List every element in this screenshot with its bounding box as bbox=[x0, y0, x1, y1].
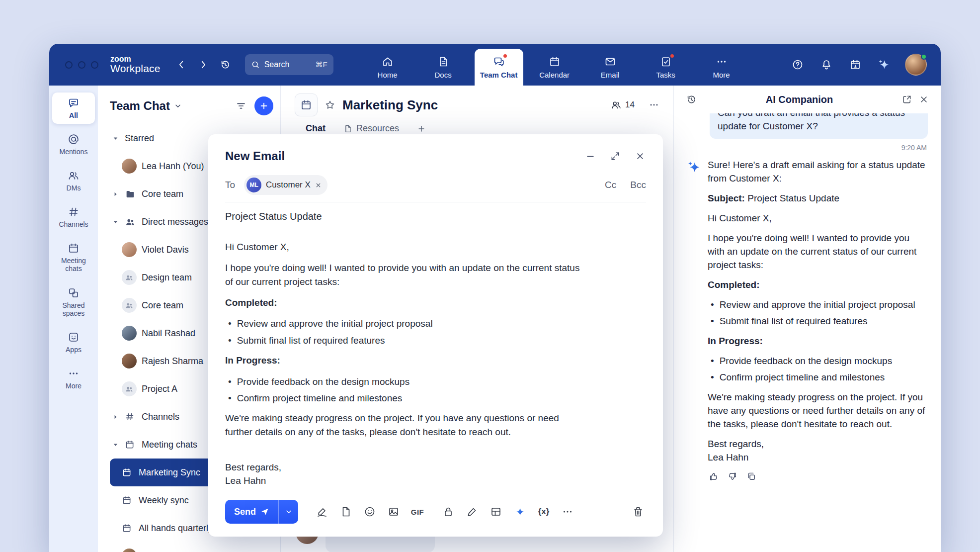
send-button[interactable]: Send bbox=[225, 500, 278, 524]
nav-docs[interactable]: Docs bbox=[419, 49, 468, 86]
tasks-notification-badge bbox=[669, 53, 675, 59]
calendar-shortcut-button[interactable] bbox=[847, 57, 863, 73]
user-avatar[interactable] bbox=[905, 54, 927, 76]
template-button[interactable] bbox=[336, 502, 356, 522]
subject-field[interactable]: Project Status Update bbox=[208, 202, 663, 231]
ai-history-button[interactable] bbox=[686, 94, 697, 105]
panel-title-dropdown[interactable] bbox=[174, 102, 182, 110]
minimize-button[interactable] bbox=[585, 151, 595, 161]
ai-popout-button[interactable] bbox=[902, 94, 912, 104]
favorite-star-button[interactable] bbox=[325, 99, 335, 110]
expand-button[interactable] bbox=[610, 151, 620, 161]
signature-button[interactable] bbox=[312, 502, 332, 522]
rail-item-mentions[interactable]: Mentions bbox=[52, 129, 95, 160]
close-email-button[interactable] bbox=[635, 151, 645, 161]
avatar bbox=[122, 159, 137, 174]
nav-label: Home bbox=[378, 71, 398, 79]
help-button[interactable] bbox=[790, 57, 806, 73]
copy-icon bbox=[746, 471, 756, 481]
bcc-button[interactable]: Bcc bbox=[630, 180, 646, 190]
chat-row-lea-rajesh[interactable]: Lea/Rajesh 1:1 bbox=[110, 542, 273, 552]
window-close-button[interactable] bbox=[65, 61, 73, 69]
back-button[interactable] bbox=[173, 57, 189, 73]
mention-at-icon bbox=[68, 133, 80, 145]
bell-icon bbox=[820, 59, 832, 71]
remove-recipient-button[interactable] bbox=[315, 182, 322, 188]
image-icon bbox=[388, 506, 400, 518]
encrypt-button[interactable] bbox=[438, 502, 458, 522]
cc-button[interactable]: Cc bbox=[605, 180, 616, 190]
channel-more-button[interactable] bbox=[649, 99, 659, 110]
plus-icon bbox=[259, 101, 269, 111]
ai-sparkle-icon bbox=[687, 159, 702, 481]
tab-resources[interactable]: Resources bbox=[343, 123, 399, 134]
rail-item-more[interactable]: More bbox=[52, 363, 95, 394]
star-icon bbox=[325, 99, 335, 110]
markup-button[interactable] bbox=[462, 502, 482, 522]
filter-button[interactable] bbox=[236, 100, 246, 111]
email-body-editor[interactable]: Hi Customer X, I hope you're doing well!… bbox=[208, 231, 663, 500]
caret-right-icon[interactable] bbox=[111, 414, 120, 420]
template-icon bbox=[340, 506, 352, 518]
nav-tasks[interactable]: Tasks bbox=[642, 49, 690, 86]
tab-chat[interactable]: Chat bbox=[306, 123, 326, 134]
rail-item-shared-spaces[interactable]: Shared spaces bbox=[52, 282, 95, 322]
forward-button[interactable] bbox=[195, 57, 211, 73]
rail-item-dms[interactable]: DMs bbox=[52, 165, 95, 196]
more-dots-icon bbox=[562, 506, 573, 518]
rail-item-apps[interactable]: Apps bbox=[52, 327, 95, 358]
chevron-down-icon bbox=[285, 508, 293, 516]
notifications-button[interactable] bbox=[818, 57, 834, 73]
avatar bbox=[122, 326, 137, 341]
meeting-calendar-icon bbox=[68, 242, 80, 254]
discard-button[interactable] bbox=[628, 502, 648, 522]
thumbs-up-button[interactable] bbox=[709, 471, 719, 481]
nav-email[interactable]: Email bbox=[586, 49, 635, 86]
ai-companion-button[interactable] bbox=[876, 57, 892, 73]
new-chat-button[interactable] bbox=[254, 96, 273, 115]
nav-calendar[interactable]: Calendar bbox=[530, 49, 579, 86]
window-minimize-button[interactable] bbox=[78, 61, 85, 69]
ai-close-button[interactable] bbox=[919, 94, 929, 104]
resources-icon bbox=[343, 124, 352, 133]
close-icon bbox=[919, 94, 929, 104]
nav-more[interactable]: More bbox=[697, 49, 746, 86]
tab-add-button[interactable] bbox=[417, 124, 426, 133]
history-icon bbox=[686, 94, 697, 105]
members-icon bbox=[611, 99, 622, 110]
member-count[interactable]: 14 bbox=[611, 99, 635, 110]
copy-button[interactable] bbox=[746, 471, 756, 481]
caret-down-icon[interactable] bbox=[111, 442, 120, 448]
rail-label: DMs bbox=[67, 184, 81, 192]
modal-title: New Email bbox=[225, 149, 285, 163]
channel-tabs: Chat Resources bbox=[295, 123, 659, 134]
ai-compose-button[interactable] bbox=[510, 502, 530, 522]
rail-item-all[interactable]: All bbox=[52, 92, 95, 124]
variables-button[interactable]: {x} bbox=[534, 502, 554, 522]
rail-item-meeting-chats[interactable]: Meeting chats bbox=[52, 238, 95, 277]
to-field[interactable]: To ML Customer X Cc Bcc bbox=[208, 168, 663, 202]
layout-button[interactable] bbox=[486, 502, 506, 522]
zoom-workplace-logo: zoom Workplace bbox=[110, 55, 161, 75]
nav-home[interactable]: Home bbox=[363, 49, 412, 86]
bullet-item: Provide feedback on the design mockups bbox=[228, 375, 588, 388]
search-input[interactable]: Search ⌘F bbox=[245, 54, 333, 75]
send-options-button[interactable] bbox=[278, 500, 298, 524]
ai-conversation[interactable]: Can you draft an email that provides a s… bbox=[674, 113, 941, 552]
more-tools-button[interactable] bbox=[558, 502, 577, 522]
emoji-button[interactable] bbox=[360, 502, 380, 522]
window-zoom-button[interactable] bbox=[91, 61, 98, 69]
caret-right-icon[interactable] bbox=[111, 191, 120, 197]
email-inprogress-list: Provide feedback on the design mockups C… bbox=[228, 375, 588, 405]
caret-down-icon[interactable] bbox=[111, 135, 120, 142]
email-toolbar: Send GIF {x} bbox=[208, 500, 663, 537]
rail-item-channels[interactable]: Channels bbox=[52, 201, 95, 233]
lock-icon bbox=[442, 506, 454, 518]
nav-team-chat[interactable]: Team Chat bbox=[475, 49, 523, 86]
caret-down-icon[interactable] bbox=[111, 219, 120, 225]
insert-image-button[interactable] bbox=[384, 502, 404, 522]
gif-button[interactable]: GIF bbox=[408, 502, 427, 522]
thumbs-down-button[interactable] bbox=[728, 471, 737, 481]
recipient-chip[interactable]: ML Customer X bbox=[244, 175, 327, 195]
history-button[interactable] bbox=[217, 57, 233, 73]
